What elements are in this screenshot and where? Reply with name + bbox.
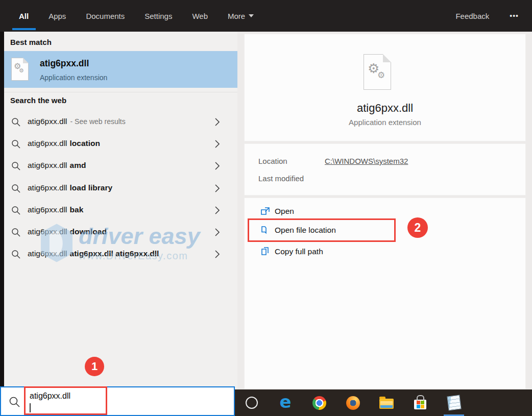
firefox-icon [346, 396, 360, 410]
tab-more[interactable]: More [227, 10, 255, 22]
web-suggestion-row[interactable]: atig6pxx.dllatig6pxx.dll atig6pxx.dll [4, 243, 237, 265]
open-label: Open [275, 207, 294, 216]
best-match-title: atig6pxx.dll [40, 58, 89, 69]
edge-button[interactable]: e [269, 389, 302, 416]
tab-web[interactable]: Web [191, 10, 209, 22]
chevron-right-icon [214, 139, 220, 151]
search-icon [11, 184, 21, 195]
annotation-box-step2 [248, 218, 396, 242]
tab-more-label: More [228, 12, 245, 20]
suggestion-bold: amd [70, 161, 86, 169]
notepad-icon [447, 395, 461, 411]
web-suggestion-row[interactable]: atig6pxx.dlllocation [4, 133, 237, 155]
copy-icon [260, 247, 271, 258]
suggestion-note: - See web results [70, 117, 126, 126]
file-details-card: Location C:\WINDOWS\system32 Last modifi… [244, 143, 526, 195]
gear-icon: ⚙ [19, 68, 24, 74]
search-icon [11, 117, 21, 129]
search-icon [9, 396, 21, 410]
active-tab-indicator [12, 28, 36, 30]
windows-search-flyout: All Apps Documents Settings Web More Fee… [0, 0, 532, 416]
chrome-icon [312, 396, 326, 410]
firefox-button[interactable] [336, 389, 370, 416]
suggestion-bold: atig6pxx.dll atig6pxx.dll [70, 249, 159, 258]
preview-panel: ⚙ ⚙ atig6pxx.dll Application extension L… [237, 32, 532, 389]
chevron-right-icon [214, 117, 220, 129]
open-icon [260, 206, 271, 218]
suggestion-text: atig6pxx.dll [28, 183, 67, 192]
suggestion-bold: load library [70, 183, 113, 192]
search-icon [11, 228, 21, 239]
preview-file-title: atig6pxx.dll [245, 102, 525, 115]
location-label: Location [258, 157, 287, 165]
last-modified-label: Last modified [258, 174, 304, 183]
dll-file-icon-large: ⚙ ⚙ [364, 54, 391, 90]
web-suggestion-row[interactable]: atig6pxx.dllload library [4, 178, 237, 199]
screen-left-edge [0, 32, 4, 386]
suggestion-text: atig6pxx.dll [28, 117, 67, 126]
file-explorer-icon [379, 399, 394, 409]
search-icon [11, 139, 21, 151]
chevron-right-icon [214, 250, 220, 261]
search-icon [11, 206, 21, 217]
search-icon [11, 250, 21, 261]
annotation-box-step1 [24, 386, 107, 415]
search-icon [11, 161, 21, 173]
chevron-right-icon [214, 228, 220, 239]
best-match-result[interactable]: ⚙ ⚙ atig6pxx.dll Application extension [0, 51, 237, 88]
chrome-button[interactable] [302, 389, 336, 416]
annotation-step1-badge: 1 [85, 357, 104, 376]
filter-tabs: All Apps Documents Settings Web More [0, 10, 255, 22]
notepad-button[interactable] [437, 389, 471, 416]
tab-all[interactable]: All [18, 10, 30, 22]
store-button[interactable] [403, 389, 437, 416]
chevron-right-icon [214, 184, 220, 195]
annotation-step2-badge: 2 [407, 217, 428, 238]
tab-documents[interactable]: Documents [85, 10, 126, 22]
suggestion-text: atig6pxx.dll [28, 161, 67, 169]
suggestion-text: atig6pxx.dll [28, 227, 67, 236]
copy-full-path-action[interactable]: Copy full path [245, 245, 525, 262]
taskbar: e [235, 389, 532, 416]
copy-full-path-label: Copy full path [275, 247, 323, 256]
web-suggestion-row[interactable]: atig6pxx.dllamd [4, 155, 237, 177]
chevron-right-icon [214, 161, 220, 173]
web-suggestion-row[interactable]: atig6pxx.dllbak [4, 200, 237, 221]
gear-icon: ⚙ [377, 71, 385, 80]
suggestion-text: atig6pxx.dll [28, 139, 67, 148]
dll-file-icon: ⚙ ⚙ [11, 58, 29, 81]
file-explorer-button[interactable] [370, 389, 403, 416]
location-link[interactable]: C:\WINDOWS\system32 [325, 157, 408, 165]
divider [4, 92, 237, 92]
suggestion-text: atig6pxx.dll [28, 205, 67, 214]
tab-apps[interactable]: Apps [47, 10, 67, 22]
chevron-right-icon [214, 206, 220, 217]
feedback-button[interactable]: Feedback [454, 10, 490, 22]
search-the-web-header: Search the web [10, 96, 66, 105]
best-match-header: Best match [10, 38, 52, 46]
suggestion-bold: download [70, 227, 107, 236]
web-suggestion-row[interactable]: atig6pxx.dlldownload [4, 222, 237, 243]
more-options-icon[interactable]: ••• [510, 12, 519, 20]
cortana-button[interactable] [235, 389, 269, 416]
search-filter-bar: All Apps Documents Settings Web More Fee… [0, 0, 532, 32]
best-match-subtitle: Application extension [40, 74, 107, 82]
results-panel: Best match ⚙ ⚙ atig6pxx.dll Application … [0, 32, 237, 386]
cortana-icon [246, 397, 258, 409]
chevron-down-icon [249, 14, 254, 20]
suggestion-bold: bak [70, 205, 84, 214]
suggestion-text: atig6pxx.dll [28, 249, 67, 258]
tab-settings[interactable]: Settings [143, 10, 173, 22]
edge-icon: e [279, 393, 291, 410]
web-suggestion-row[interactable]: atig6pxx.dll- See web results [4, 111, 237, 133]
preview-file-subtitle: Application extension [245, 118, 525, 127]
file-header-card: ⚙ ⚙ atig6pxx.dll Application extension [244, 34, 526, 141]
store-icon [414, 400, 426, 409]
suggestion-bold: location [70, 139, 100, 148]
